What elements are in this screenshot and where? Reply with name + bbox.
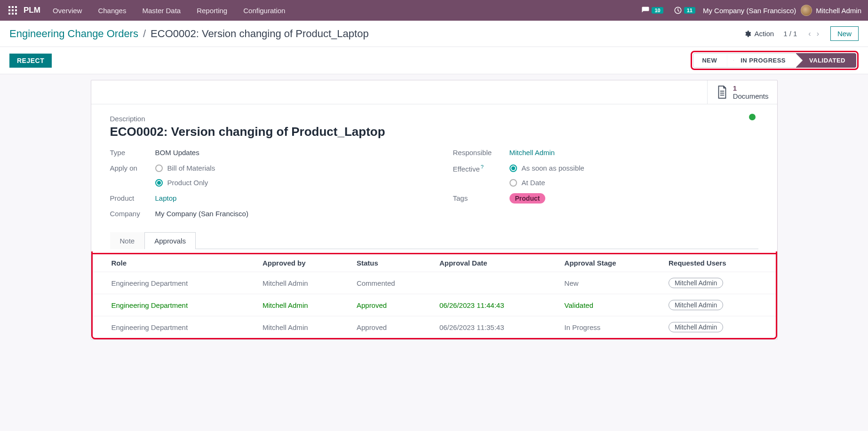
main-menu: Overview Changes Master Data Reporting C… bbox=[46, 2, 292, 19]
active-indicator-icon[interactable] bbox=[749, 114, 756, 120]
statusbar: NEW IN PROGRESS VALIDATED bbox=[693, 53, 856, 68]
tag-product[interactable]: Product bbox=[510, 193, 546, 204]
activities-button[interactable]: 11 bbox=[671, 6, 698, 15]
table-row[interactable]: Engineering Department Mitchell Admin Ap… bbox=[93, 316, 776, 338]
breadcrumb-current: ECO0002: Version changing of Product_Lap… bbox=[151, 28, 369, 40]
effective-asap-radio[interactable]: As soon as possible bbox=[510, 164, 584, 172]
control-bar: Engineering Change Orders / ECO0002: Ver… bbox=[0, 21, 868, 47]
apply-product-label: Product Only bbox=[167, 179, 208, 187]
tab-approvals[interactable]: Approvals bbox=[144, 232, 196, 249]
company-label: Company bbox=[110, 210, 155, 218]
action-dropdown[interactable]: Action bbox=[744, 30, 774, 38]
breadcrumb: Engineering Change Orders / ECO0002: Ver… bbox=[9, 28, 369, 40]
effective-label: Effective? bbox=[453, 164, 510, 173]
approvals-table: Role Approved by Status Approval Date Ap… bbox=[93, 253, 776, 338]
apps-icon[interactable] bbox=[4, 6, 22, 15]
apply-bom-radio[interactable]: Bill of Materials bbox=[155, 164, 215, 172]
menu-configuration[interactable]: Configuration bbox=[237, 2, 292, 19]
cell-date: 06/26/2023 11:35:43 bbox=[433, 316, 558, 338]
breadcrumb-sep: / bbox=[143, 28, 146, 40]
cell-date: 06/26/2023 11:44:43 bbox=[433, 294, 558, 316]
radio-checked-icon bbox=[510, 165, 517, 172]
activities-badge: 11 bbox=[684, 7, 695, 14]
cell-stage: In Progress bbox=[558, 316, 662, 338]
user-chip[interactable]: Mitchell Admin bbox=[669, 322, 723, 332]
responsible-label: Responsible bbox=[453, 149, 510, 157]
reject-button[interactable]: REJECT bbox=[9, 54, 52, 68]
status-new[interactable]: NEW bbox=[693, 53, 727, 68]
menu-overview[interactable]: Overview bbox=[46, 2, 89, 19]
tags-field[interactable]: Product bbox=[510, 194, 546, 202]
user-chip[interactable]: Mitchell Admin bbox=[669, 300, 723, 310]
svg-rect-3 bbox=[8, 9, 10, 11]
messages-button[interactable]: 10 bbox=[638, 6, 666, 15]
notebook-tabs: Note Approvals bbox=[110, 232, 758, 249]
gear-icon bbox=[744, 30, 751, 38]
effective-asap-label: As soon as possible bbox=[522, 164, 584, 172]
pager-next-icon[interactable]: › bbox=[815, 29, 821, 39]
radio-checked-icon bbox=[155, 179, 163, 187]
app-brand[interactable]: PLM bbox=[22, 6, 46, 15]
action-label: Action bbox=[754, 30, 774, 38]
status-validated[interactable]: VALIDATED bbox=[796, 53, 856, 68]
responsible-value[interactable]: Mitchell Admin bbox=[510, 149, 555, 157]
col-approval-stage[interactable]: Approval Stage bbox=[558, 254, 662, 272]
effective-at-date-radio[interactable]: At Date bbox=[510, 179, 584, 187]
cell-by: Mitchell Admin bbox=[256, 316, 350, 338]
cell-status: Approved bbox=[350, 316, 433, 338]
menu-reporting[interactable]: Reporting bbox=[190, 2, 234, 19]
cell-role: Engineering Department bbox=[93, 316, 256, 338]
company-selector[interactable]: My Company (San Francisco) bbox=[703, 7, 796, 15]
new-button[interactable]: New bbox=[830, 26, 859, 41]
tab-note[interactable]: Note bbox=[110, 232, 145, 249]
cell-role: Engineering Department bbox=[93, 272, 256, 294]
pager-arrows: ‹ › bbox=[806, 29, 821, 39]
record-title[interactable]: ECO0002: Version changing of Product_Lap… bbox=[110, 125, 758, 139]
cell-stage: New bbox=[558, 272, 662, 294]
documents-stat-button[interactable]: 1 Documents bbox=[707, 80, 777, 104]
apply-product-radio[interactable]: Product Only bbox=[155, 179, 215, 187]
svg-rect-0 bbox=[8, 6, 10, 8]
cell-stage: Validated bbox=[558, 294, 662, 316]
svg-rect-8 bbox=[15, 13, 17, 15]
documents-count: 1 bbox=[733, 84, 769, 92]
statusbar-highlight: NEW IN PROGRESS VALIDATED bbox=[691, 51, 859, 70]
pager-counter[interactable]: 1 / 1 bbox=[783, 30, 797, 38]
svg-rect-7 bbox=[12, 13, 14, 15]
type-value[interactable]: BOM Updates bbox=[155, 149, 199, 157]
svg-rect-6 bbox=[8, 13, 10, 15]
user-menu[interactable]: Mitchell Admin bbox=[801, 5, 864, 16]
user-chip[interactable]: Mitchell Admin bbox=[669, 278, 723, 288]
effective-at-date-label: At Date bbox=[522, 179, 545, 187]
radio-icon bbox=[155, 165, 163, 172]
description-label: Description bbox=[110, 115, 758, 123]
button-bar: REJECT NEW IN PROGRESS VALIDATED bbox=[0, 47, 868, 74]
company-value[interactable]: My Company (San Francisco) bbox=[155, 210, 248, 218]
documents-label: Documents bbox=[733, 92, 769, 100]
pager-prev-icon[interactable]: ‹ bbox=[806, 29, 812, 39]
document-icon bbox=[716, 85, 728, 99]
cell-status: Commented bbox=[350, 272, 433, 294]
table-row[interactable]: Engineering Department Mitchell Admin Ap… bbox=[93, 294, 776, 316]
svg-rect-4 bbox=[12, 9, 14, 11]
menu-changes[interactable]: Changes bbox=[91, 2, 133, 19]
col-approved-by[interactable]: Approved by bbox=[256, 254, 350, 272]
breadcrumb-root[interactable]: Engineering Change Orders bbox=[9, 28, 138, 40]
user-name: Mitchell Admin bbox=[816, 7, 861, 15]
help-icon[interactable]: ? bbox=[481, 164, 484, 170]
status-in-progress[interactable]: IN PROGRESS bbox=[727, 53, 796, 68]
product-label: Product bbox=[110, 194, 155, 202]
col-approval-date[interactable]: Approval Date bbox=[433, 254, 558, 272]
col-role[interactable]: Role bbox=[93, 254, 256, 272]
tags-label: Tags bbox=[453, 194, 510, 202]
svg-rect-2 bbox=[15, 6, 17, 8]
table-row[interactable]: Engineering Department Mitchell Admin Co… bbox=[93, 272, 776, 294]
apply-bom-label: Bill of Materials bbox=[167, 164, 215, 172]
product-value[interactable]: Laptop bbox=[155, 194, 177, 202]
menu-master-data[interactable]: Master Data bbox=[135, 2, 187, 19]
col-requested-users[interactable]: Requested Users bbox=[662, 254, 776, 272]
radio-icon bbox=[510, 179, 517, 187]
cell-role: Engineering Department bbox=[93, 294, 256, 316]
col-status[interactable]: Status bbox=[350, 254, 433, 272]
apply-on-label: Apply on bbox=[110, 164, 155, 172]
